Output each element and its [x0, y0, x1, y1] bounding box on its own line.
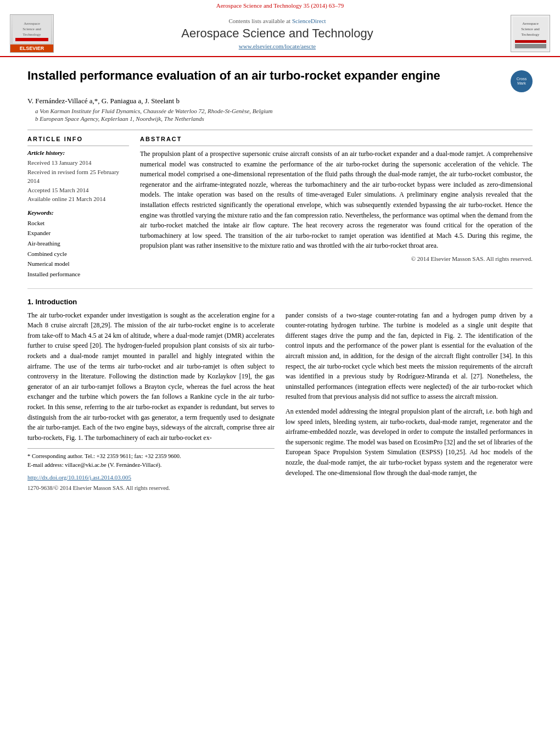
revised-date: Received in revised form 25 February 201…	[27, 168, 129, 186]
svg-text:Aerospace: Aerospace	[24, 21, 40, 26]
journal-title: Aerospace Science and Technology	[54, 26, 501, 41]
article-title-section: Installed performance evaluation of an a…	[27, 68, 533, 92]
affiliation-a: a Von Karman Institute for Fluid Dynamic…	[27, 108, 533, 114]
accepted-date: Accepted 15 March 2014	[27, 186, 129, 195]
svg-rect-4	[15, 38, 48, 41]
svg-rect-10	[515, 44, 546, 48]
abstract-label: ABSTRACT	[140, 136, 533, 142]
journal-cover-right: Aerospace Science and Technology	[511, 15, 550, 52]
article-abstract: ABSTRACT The propulsion plant of a prosp…	[140, 136, 533, 280]
keyword-4: Combined cycle	[27, 249, 129, 259]
contents-line: Contents lists available at ScienceDirec…	[54, 18, 501, 24]
keywords-list: Rocket Expander Air-breathing Combined c…	[27, 218, 129, 280]
footnote-section: * Corresponding author. Tel.: +32 2359 9…	[27, 448, 275, 491]
crossmark-label: CrossMark	[517, 77, 527, 86]
column-right: pander consists of a two-stage counter-r…	[285, 310, 533, 491]
available-date: Available online 21 March 2014	[27, 194, 129, 204]
keyword-3: Air-breathing	[27, 238, 129, 249]
article-info-label: ARTICLE INFO	[27, 136, 129, 142]
journal-url[interactable]: www.elsevier.com/locate/aescte	[54, 43, 501, 49]
journal-logo-right: Aerospace Science and Technology	[501, 15, 550, 52]
section1-title: 1. Introduction	[27, 298, 533, 306]
column-left: The air turbo-rocket expander under inve…	[27, 310, 275, 491]
journal-header: Aerospace Science and Technology ELSEVIE…	[0, 10, 560, 57]
info-abstract-row: ARTICLE INFO Article history: Received 1…	[27, 130, 533, 280]
footnote-email: E-mail address: villace@vki.ac.be (V. Fe…	[27, 461, 275, 470]
issn-footer: 1270-9638/© 2014 Elsevier Masson SAS. Al…	[27, 485, 275, 491]
doi-link[interactable]: http://dx.doi.org/10.1016/j.ast.2014.03.…	[27, 474, 131, 481]
para-1-right: pander consists of a two-stage counter-r…	[285, 310, 533, 402]
sciencedirect-link[interactable]: ScienceDirect	[292, 18, 326, 24]
crossmark-badge: CrossMark	[511, 70, 533, 92]
footnote-corresponding: * Corresponding author. Tel.: +32 2359 9…	[27, 452, 275, 461]
copyright: © 2014 Elsevier Masson SAS. All rights r…	[140, 255, 533, 262]
svg-text:Technology: Technology	[521, 32, 539, 37]
journal-ref: Aerospace Science and Technology 35 (201…	[216, 2, 344, 9]
contents-prefix: Contents lists available at	[228, 18, 290, 24]
keyword-1: Rocket	[27, 218, 129, 228]
section-divider	[27, 288, 533, 289]
svg-text:Technology: Technology	[23, 32, 41, 37]
keyword-5: Numerical model	[27, 259, 129, 269]
top-bar: Aerospace Science and Technology 35 (201…	[0, 0, 560, 10]
col-left-text: The air turbo-rocket expander under inve…	[27, 310, 275, 443]
article-title: Installed performance evaluation of an a…	[27, 68, 505, 84]
journal-header-center: Contents lists available at ScienceDirec…	[54, 18, 501, 49]
para-2-right: An extended model addressing the integra…	[285, 406, 533, 478]
received-date: Received 13 January 2014	[27, 158, 129, 168]
affiliation-b: b European Space Agency, Keplerlaan 1, N…	[27, 115, 533, 122]
keyword-2: Expander	[27, 228, 129, 238]
authors-line: V. Fernández-Villacé a,*, G. Paniagua a,…	[27, 97, 533, 105]
svg-text:Aerospace: Aerospace	[522, 21, 539, 26]
article-info: ARTICLE INFO Article history: Received 1…	[27, 136, 129, 280]
col-right-text: pander consists of a two-stage counter-r…	[285, 310, 533, 478]
keywords-label: Keywords:	[27, 209, 129, 216]
svg-rect-9	[515, 40, 546, 43]
two-column-body: The air turbo-rocket expander under inve…	[27, 310, 533, 491]
journal-cover-image: Aerospace Science and Technology	[11, 15, 53, 44]
para-1-left: The air turbo-rocket expander under inve…	[27, 310, 275, 443]
main-content: Installed performance evaluation of an a…	[0, 57, 560, 496]
history-label: Article history:	[27, 149, 129, 156]
authors-full: V. Fernández-Villacé a,*, G. Paniagua a,…	[27, 97, 180, 105]
elsevier-logo-left: Aerospace Science and Technology ELSEVIE…	[10, 14, 54, 53]
elsevier-brand: ELSEVIER	[10, 44, 53, 52]
svg-text:Science and: Science and	[23, 27, 41, 31]
keyword-6: Installed performance	[27, 269, 129, 280]
svg-text:Science and: Science and	[521, 27, 540, 31]
abstract-text: The propulsion plant of a prospective su…	[140, 149, 533, 251]
